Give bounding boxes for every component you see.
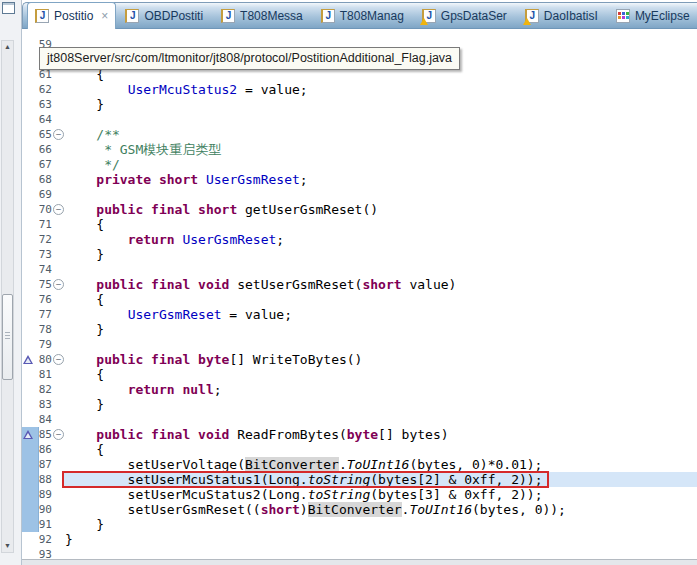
line-number[interactable]: 84	[28, 412, 52, 427]
line-number[interactable]: 62	[28, 82, 52, 97]
tab-t808manag[interactable]: JT808Manag	[312, 3, 413, 28]
code-line[interactable]: /**	[65, 127, 697, 142]
editor-pane: JPostitio×JOBDPostitiJT808MessaJT808Mana…	[22, 0, 697, 565]
java-file-icon: J	[321, 9, 335, 23]
tab-label: GpsDataSer	[441, 9, 507, 23]
tab-label: T808Manag	[340, 9, 404, 23]
code-line[interactable]: public final void setUserGsmReset(short …	[65, 277, 697, 292]
line-number[interactable]: 77	[28, 307, 52, 322]
tab-obdpostiti[interactable]: JOBDPostiti	[116, 3, 212, 28]
code-line[interactable]: public final void ReadFromBytes(byte[] b…	[65, 427, 697, 442]
vertical-scrollbar[interactable]: ▲ ▼	[1, 40, 14, 553]
line-number[interactable]: 64	[28, 112, 52, 127]
code-line[interactable]: public final short getUserGsmReset()	[65, 202, 697, 217]
code-line[interactable]: setUserMcuStatus2(Long.toString(bytes[3]…	[65, 487, 697, 502]
tab-label: OBDPostiti	[144, 9, 203, 23]
file-path-tooltip: jt808Server/src/com/ltmonitor/jt808/prot…	[39, 47, 460, 70]
myeclipse-grid-icon	[616, 9, 630, 23]
line-number[interactable]: 70	[28, 202, 52, 217]
line-number[interactable]: 76	[28, 292, 52, 307]
tab-t808messa[interactable]: JT808Messa	[212, 3, 312, 28]
line-number[interactable]: 63	[28, 97, 52, 112]
line-number[interactable]: 92	[28, 532, 52, 547]
tab-bar: JPostitio×JOBDPostitiJT808MessaJT808Mana…	[22, 2, 697, 29]
line-number[interactable]: 81	[28, 367, 52, 382]
code-line[interactable]: }	[65, 397, 697, 412]
java-file-icon: J	[221, 9, 235, 23]
line-number[interactable]: 71	[28, 217, 52, 232]
line-number[interactable]: 74	[28, 262, 52, 277]
line-number[interactable]: 90	[28, 502, 52, 517]
code-line[interactable]: UserMcuStatus2 = value;	[65, 82, 697, 97]
scroll-up-icon[interactable]: ▲	[2, 41, 13, 53]
red-annotation-box	[62, 471, 549, 488]
code-line[interactable]: }	[65, 322, 697, 337]
line-number[interactable]: 86	[28, 442, 52, 457]
scrollbar-thumb[interactable]	[2, 294, 13, 380]
line-number[interactable]: 66	[28, 142, 52, 157]
code-line[interactable]: {	[65, 217, 697, 232]
tab-daoibatisi[interactable]: JDaoIbatisI	[516, 3, 607, 28]
code-line[interactable]: {	[65, 442, 697, 457]
line-number[interactable]: 75	[28, 277, 52, 292]
warning-badge-icon	[420, 18, 428, 25]
code-line[interactable]: {	[65, 292, 697, 307]
code-line[interactable]: * GSM模块重启类型	[65, 142, 697, 157]
code-line[interactable]: }	[65, 532, 697, 547]
code-line[interactable]	[65, 187, 697, 202]
line-number[interactable]: 79	[28, 337, 52, 352]
fold-collapse-icon[interactable]: −	[53, 129, 64, 140]
restore-view-button[interactable]	[2, 2, 15, 14]
code-line[interactable]: }	[65, 517, 697, 532]
code-line[interactable]: }	[65, 247, 697, 262]
line-number[interactable]: 91	[28, 517, 52, 532]
tab-label: T808Messa	[240, 9, 303, 23]
override-marker-icon	[23, 355, 33, 364]
editor-content[interactable]: jt808Server/src/com/ltmonitor/jt808/prot…	[22, 29, 697, 560]
line-number[interactable]: 65	[28, 127, 52, 142]
code-line[interactable]: public final byte[] WriteToBytes()	[65, 352, 697, 367]
tab-gpsdataser[interactable]: JGpsDataSer	[413, 3, 516, 28]
tab-myeclipse[interactable]: MyEclipse	[607, 3, 697, 28]
line-number[interactable]: 93	[28, 547, 52, 560]
code-line[interactable]	[65, 412, 697, 427]
code-line[interactable]	[65, 547, 697, 560]
code-line[interactable]: UserGsmReset = value;	[65, 307, 697, 322]
code-line[interactable]: private short UserGsmReset;	[65, 172, 697, 187]
scroll-down-icon[interactable]: ▼	[2, 540, 13, 552]
tab-postitio[interactable]: JPostitio×	[27, 2, 116, 29]
line-number[interactable]: 78	[28, 322, 52, 337]
code-line[interactable]	[65, 112, 697, 127]
line-number[interactable]: 68	[28, 172, 52, 187]
tab-label: MyEclipse	[635, 9, 690, 23]
code-line[interactable]: */	[65, 157, 697, 172]
fold-collapse-icon[interactable]: −	[53, 354, 64, 365]
java-file-warning-icon: J	[525, 9, 539, 23]
code-line[interactable]	[65, 337, 697, 352]
line-number[interactable]: 69	[28, 187, 52, 202]
code-line[interactable]: return UserGsmReset;	[65, 232, 697, 247]
line-number[interactable]: 87	[28, 457, 52, 472]
code-line[interactable]: return null;	[65, 382, 697, 397]
java-file-warning-icon: J	[422, 9, 436, 23]
code-line[interactable]: }	[65, 97, 697, 112]
line-number[interactable]: 67	[28, 157, 52, 172]
code-line[interactable]: setUserGsmReset((short)BitConverter.ToUI…	[65, 502, 697, 517]
line-number[interactable]: 89	[28, 487, 52, 502]
code-line[interactable]: setUserVoltage(BitConverter.ToUInt16(byt…	[65, 457, 697, 472]
override-marker-icon	[23, 430, 33, 439]
code-line[interactable]: {	[65, 367, 697, 382]
line-number[interactable]: 82	[28, 382, 52, 397]
line-number[interactable]: 73	[28, 247, 52, 262]
code-line[interactable]	[65, 262, 697, 277]
close-icon[interactable]: ×	[101, 11, 108, 21]
fold-collapse-icon[interactable]: −	[53, 279, 64, 290]
line-number[interactable]: 83	[28, 397, 52, 412]
fold-collapse-icon[interactable]: −	[53, 204, 64, 215]
tab-label: DaoIbatisI	[544, 9, 598, 23]
warning-badge-icon	[523, 18, 531, 25]
fold-collapse-icon[interactable]: −	[53, 429, 64, 440]
tab-label: Postitio	[54, 9, 93, 23]
line-number[interactable]: 72	[28, 232, 52, 247]
line-number[interactable]: 88	[28, 472, 52, 487]
